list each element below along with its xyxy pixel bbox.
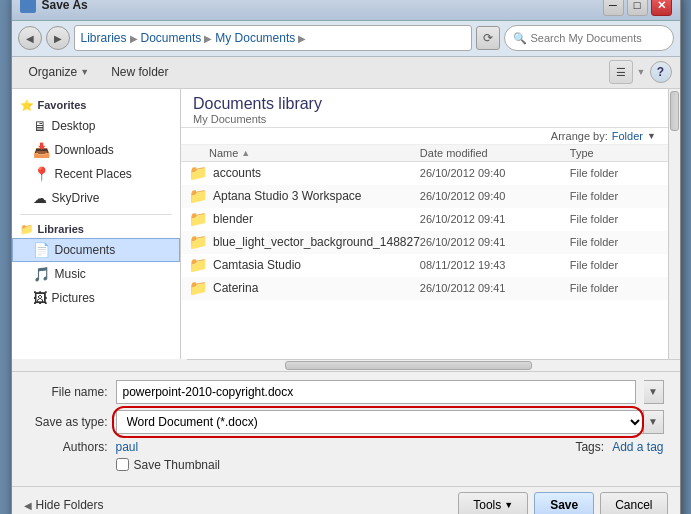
column-headers: Name ▲ Date modified Type	[181, 145, 668, 162]
arrange-value[interactable]: Folder	[612, 130, 643, 142]
table-row[interactable]: 📁 blender 26/10/2012 09:41 File folder	[181, 208, 668, 231]
file-name-text: Camtasia Studio	[213, 258, 301, 272]
filename-input[interactable]	[116, 380, 636, 404]
meta-row: Authors: paul Tags: Add a tag	[28, 440, 664, 454]
maximize-button[interactable]: □	[627, 0, 648, 16]
file-area: Documents library My Documents Arrange b…	[181, 89, 668, 359]
minimize-button[interactable]: ─	[603, 0, 624, 16]
folder-icon: 📁	[189, 164, 208, 182]
organize-button[interactable]: Organize ▼	[20, 60, 99, 84]
filename-dropdown[interactable]: ▼	[644, 380, 664, 404]
saveastype-dropdown[interactable]: ▼	[644, 410, 664, 434]
tags-label: Tags:	[575, 440, 604, 454]
sidebar-item-documents[interactable]: 📄 Documents	[12, 238, 181, 262]
view-dropdown-arrow[interactable]: ▼	[637, 67, 646, 77]
file-name-text: Caterina	[213, 281, 258, 295]
content-area: ⭐ Favorites 🖥 Desktop 📥 Downloads 📍 Rece…	[12, 89, 680, 359]
breadcrumb-libraries[interactable]: Libraries	[81, 31, 127, 45]
table-row[interactable]: 📁 Camtasia Studio 08/11/2012 19:43 File …	[181, 254, 668, 277]
pictures-icon: 🖼	[33, 290, 47, 306]
search-input[interactable]	[531, 32, 665, 44]
form-area: File name: ▼ Save as type: Word Document…	[12, 371, 680, 486]
file-type-cell: File folder	[570, 236, 660, 248]
folder-icon: 📁	[189, 279, 208, 297]
back-button[interactable]: ◀	[18, 26, 42, 50]
forward-button[interactable]: ▶	[46, 26, 70, 50]
file-name-cell: 📁 Caterina	[189, 279, 420, 297]
file-list: 📁 accounts 26/10/2012 09:40 File folder …	[181, 162, 668, 359]
tags-value[interactable]: Add a tag	[612, 440, 663, 454]
table-row[interactable]: 📁 Caterina 26/10/2012 09:41 File folder	[181, 277, 668, 300]
title-bar: Save As ─ □ ✕	[12, 0, 680, 21]
sidebar-item-desktop[interactable]: 🖥 Desktop	[12, 114, 181, 138]
file-date-cell: 26/10/2012 09:41	[420, 236, 570, 248]
saveastype-highlight: Word Document (*.docx) ▼	[116, 410, 664, 434]
hide-folders-arrow-icon: ◀	[24, 500, 32, 511]
cancel-button[interactable]: Cancel	[600, 492, 667, 514]
sidebar-item-downloads[interactable]: 📥 Downloads	[12, 138, 181, 162]
save-button[interactable]: Save	[534, 492, 594, 514]
file-scroll-thumb[interactable]	[670, 91, 679, 131]
sidebar-item-music[interactable]: 🎵 Music	[12, 262, 181, 286]
table-row[interactable]: 📁 accounts 26/10/2012 09:40 File folder	[181, 162, 668, 185]
toolbar: Organize ▼ New folder ☰ ▼ ?	[12, 57, 680, 89]
table-row[interactable]: 📁 Aptana Studio 3 Workspace 26/10/2012 0…	[181, 185, 668, 208]
skydrive-icon: ☁	[33, 190, 47, 206]
help-button[interactable]: ?	[650, 61, 672, 83]
file-name-text: blender	[213, 212, 253, 226]
tools-button[interactable]: Tools ▼	[458, 492, 528, 514]
authors-value[interactable]: paul	[116, 440, 139, 454]
file-type-cell: File folder	[570, 167, 660, 179]
breadcrumb-sep-1: ▶	[130, 33, 138, 44]
refresh-button[interactable]: ⟳	[476, 26, 500, 50]
documents-icon: 📄	[33, 242, 50, 258]
folder-icon: 📁	[189, 256, 208, 274]
save-as-dialog: Save As ─ □ ✕ ◀ ▶ Libraries ▶ Documents …	[11, 0, 681, 514]
file-type-cell: File folder	[570, 190, 660, 202]
sidebar-item-pictures[interactable]: 🖼 Pictures	[12, 286, 181, 310]
library-title: Documents library	[193, 95, 656, 113]
authors-label: Authors:	[28, 440, 108, 454]
arrange-bar: Arrange by: Folder ▼	[181, 128, 668, 145]
libraries-folder-icon: 📁	[20, 223, 34, 236]
save-thumbnail-label: Save Thumbnail	[134, 458, 221, 472]
file-scrollbar[interactable]	[668, 89, 680, 359]
file-type-cell: File folder	[570, 282, 660, 294]
sidebar-item-recent-places[interactable]: 📍 Recent Places	[12, 162, 181, 186]
col-date-header[interactable]: Date modified	[420, 147, 570, 159]
folder-icon: 📁	[189, 187, 208, 205]
new-folder-button[interactable]: New folder	[102, 60, 177, 84]
table-row[interactable]: 📁 blue_light_vector_background_148827 26…	[181, 231, 668, 254]
sidebar: ⭐ Favorites 🖥 Desktop 📥 Downloads 📍 Rece…	[12, 89, 182, 359]
save-thumbnail-checkbox[interactable]	[116, 458, 129, 471]
hide-folders-button[interactable]: ◀ Hide Folders	[24, 498, 104, 512]
saveastype-label: Save as type:	[28, 415, 108, 429]
view-button[interactable]: ☰	[609, 60, 633, 84]
col-type-header[interactable]: Type	[570, 147, 660, 159]
horizontal-scrollbar[interactable]	[187, 359, 680, 371]
recent-places-icon: 📍	[33, 166, 50, 182]
saveastype-select[interactable]: Word Document (*.docx)	[116, 410, 644, 434]
col-name-header[interactable]: Name ▲	[189, 147, 420, 159]
search-box[interactable]: 🔍	[504, 25, 674, 51]
close-button[interactable]: ✕	[651, 0, 672, 16]
file-area-header: Documents library My Documents	[181, 89, 668, 128]
file-date-cell: 26/10/2012 09:41	[420, 282, 570, 294]
window-title: Save As	[42, 0, 600, 12]
h-scroll-thumb[interactable]	[285, 361, 532, 370]
action-bar: ◀ Hide Folders Tools ▼ Save Cancel	[12, 486, 680, 515]
breadcrumb-documents[interactable]: Documents	[141, 31, 202, 45]
filename-label: File name:	[28, 385, 108, 399]
file-type-cell: File folder	[570, 213, 660, 225]
file-name-text: blue_light_vector_background_148827	[213, 235, 420, 249]
file-date-cell: 26/10/2012 09:40	[420, 190, 570, 202]
file-name-cell: 📁 accounts	[189, 164, 420, 182]
search-icon: 🔍	[513, 32, 527, 45]
breadcrumb[interactable]: Libraries ▶ Documents ▶ My Documents ▶	[74, 25, 472, 51]
file-date-cell: 26/10/2012 09:40	[420, 167, 570, 179]
arrange-dropdown-icon[interactable]: ▼	[647, 131, 656, 141]
sidebar-item-skydrive[interactable]: ☁ SkyDrive	[12, 186, 181, 210]
filename-row: File name: ▼	[28, 380, 664, 404]
file-name-cell: 📁 blue_light_vector_background_148827	[189, 233, 420, 251]
breadcrumb-mydocs[interactable]: My Documents	[215, 31, 295, 45]
